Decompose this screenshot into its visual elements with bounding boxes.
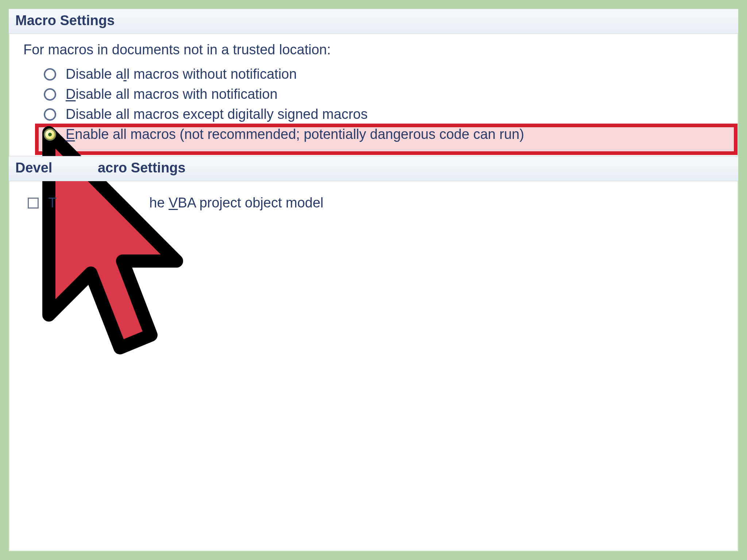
checkbox-icon bbox=[28, 198, 39, 209]
developer-macro-settings-header: Developer Macro Settings bbox=[9, 156, 738, 181]
radio-icon bbox=[44, 88, 56, 101]
macro-settings-body: For macros in documents not in a trusted… bbox=[9, 34, 738, 155]
developer-macro-settings-body: Trust access to the VBA project object m… bbox=[9, 181, 738, 223]
settings-panel: Macro Settings For macros in documents n… bbox=[9, 9, 738, 551]
checkbox-trust-vba-access[interactable]: Trust access to the VBA project object m… bbox=[23, 189, 732, 213]
radio-disable-except-signed[interactable]: Disable all macros except digitally sign… bbox=[23, 104, 732, 124]
macro-settings-title: Macro Settings bbox=[15, 13, 115, 28]
radio-enable-all-macros[interactable]: Enable all macros (not recommended; pote… bbox=[23, 124, 732, 144]
radio-disable-without-notification[interactable]: Disable all macros without notification bbox=[23, 64, 732, 84]
macro-settings-intro: For macros in documents not in a trusted… bbox=[23, 42, 732, 58]
radio-icon bbox=[44, 108, 56, 121]
radio-label: Disable all macros with notification bbox=[66, 86, 278, 102]
radio-icon bbox=[44, 128, 56, 141]
radio-disable-with-notification[interactable]: Disable all macros with notification bbox=[23, 84, 732, 104]
checkbox-label: Trust access to the VBA project object m… bbox=[48, 195, 324, 211]
radio-label: Disable all macros except digitally sign… bbox=[66, 106, 368, 122]
radio-label: Disable all macros without notification bbox=[66, 66, 297, 82]
developer-macro-settings-title: Developer Macro Settings bbox=[15, 160, 186, 175]
macro-settings-header: Macro Settings bbox=[9, 9, 738, 34]
radio-icon bbox=[44, 68, 56, 81]
radio-label: Enable all macros (not recommended; pote… bbox=[66, 127, 524, 142]
